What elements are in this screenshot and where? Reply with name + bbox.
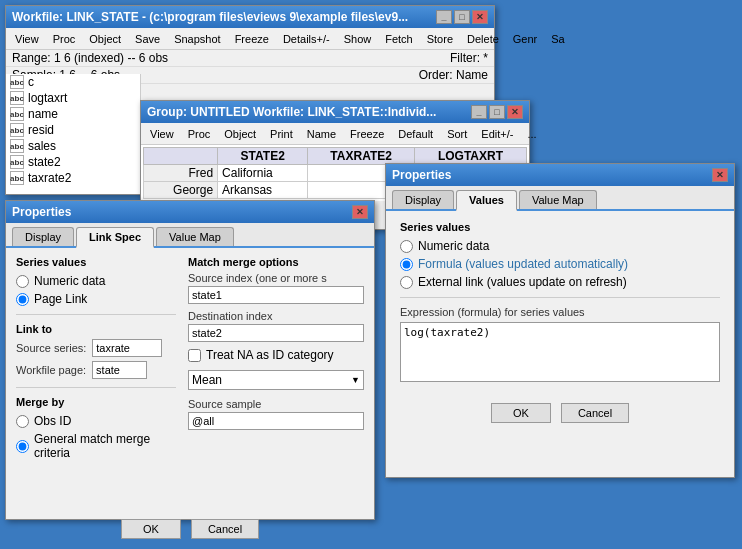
- page-link-radio-row[interactable]: Page Link: [16, 292, 176, 306]
- match-merge-label: Match merge options: [188, 256, 364, 268]
- numeric-data-right-radio[interactable]: [400, 240, 413, 253]
- list-item[interactable]: abctaxrate2: [6, 170, 140, 186]
- order-text: Order: Name: [419, 68, 488, 82]
- numeric-data-radio[interactable]: [16, 275, 29, 288]
- tab-values[interactable]: Values: [456, 190, 517, 211]
- page-link-label: Page Link: [34, 292, 87, 306]
- group-title-bar: Group: UNTITLED Workfile: LINK_STATE::In…: [141, 101, 529, 123]
- props-right-tab-bar: Display Values Value Map: [386, 186, 734, 211]
- dest-index-label: Destination index: [188, 310, 364, 322]
- range-text: Range: 1 6 (indexed) -- 6 obs: [12, 51, 168, 65]
- list-item[interactable]: abcc: [6, 74, 140, 90]
- menu-fetch[interactable]: Fetch: [378, 30, 420, 48]
- menu-save[interactable]: Save: [128, 30, 167, 48]
- menu-proc[interactable]: Proc: [46, 30, 83, 48]
- props-right-title: Properties: [392, 168, 451, 182]
- tab-display-right[interactable]: Display: [392, 190, 454, 209]
- general-match-radio-row[interactable]: General match merge criteria: [16, 432, 176, 460]
- list-item[interactable]: abcname: [6, 106, 140, 122]
- general-match-radio[interactable]: [16, 440, 29, 453]
- mean-dropdown[interactable]: Mean ▼: [188, 370, 364, 390]
- source-sample-input[interactable]: [188, 412, 364, 430]
- group-menu-edit[interactable]: Edit+/-: [474, 125, 520, 143]
- group-menu-proc[interactable]: Proc: [181, 125, 218, 143]
- props-left-content: Series values Numeric data Page Link Lin…: [6, 248, 374, 511]
- props-right-content: Series values Numeric data Formula (valu…: [386, 211, 734, 395]
- workfile-page-label: Workfile page:: [16, 364, 86, 376]
- tab-display-left[interactable]: Display: [12, 227, 74, 246]
- formula-radio-row[interactable]: Formula (values updated automatically): [400, 257, 720, 271]
- group-minimize-btn[interactable]: _: [471, 105, 487, 119]
- menu-freeze[interactable]: Freeze: [228, 30, 276, 48]
- numeric-data-radio-row[interactable]: Numeric data: [16, 274, 176, 288]
- workfile-title-bar: Workfile: LINK_STATE - (c:\program files…: [6, 6, 494, 28]
- props-right-ok-btn[interactable]: OK: [491, 403, 551, 423]
- source-index-input[interactable]: [188, 286, 364, 304]
- list-item[interactable]: abclogtaxrt: [6, 90, 140, 106]
- menu-delete[interactable]: Delete: [460, 30, 506, 48]
- tab-value-map-right[interactable]: Value Map: [519, 190, 597, 209]
- props-right-cancel-btn[interactable]: Cancel: [561, 403, 629, 423]
- props-left-title: Properties: [12, 205, 71, 219]
- workfile-title: Workfile: LINK_STATE - (c:\program files…: [12, 10, 408, 24]
- group-menu-object[interactable]: Object: [217, 125, 263, 143]
- page-link-radio[interactable]: [16, 293, 29, 306]
- workfile-controls: _ □ ✕: [436, 10, 488, 24]
- numeric-data-right-radio-row[interactable]: Numeric data: [400, 239, 720, 253]
- source-series-input[interactable]: [92, 339, 162, 357]
- obs-id-radio[interactable]: [16, 415, 29, 428]
- expression-input[interactable]: log(taxrate2): [400, 322, 720, 382]
- group-menu-more[interactable]: ...: [520, 125, 543, 143]
- group-close-btn[interactable]: ✕: [507, 105, 523, 119]
- props-left-btn-row: OK Cancel: [6, 519, 374, 539]
- list-item[interactable]: abcstate2: [6, 154, 140, 170]
- menu-object[interactable]: Object: [82, 30, 128, 48]
- group-menu-freeze[interactable]: Freeze: [343, 125, 391, 143]
- props-left-close-btn[interactable]: ✕: [352, 205, 368, 219]
- dest-index-input[interactable]: [188, 324, 364, 342]
- tab-value-map-left[interactable]: Value Map: [156, 227, 234, 246]
- obs-id-radio-row[interactable]: Obs ID: [16, 414, 176, 428]
- minimize-btn[interactable]: _: [436, 10, 452, 24]
- series-list: abcc abclogtaxrt abcname abcresid abcsal…: [6, 74, 141, 194]
- list-item[interactable]: abcresid: [6, 122, 140, 138]
- group-menu-print[interactable]: Print: [263, 125, 300, 143]
- group-menu-sort[interactable]: Sort: [440, 125, 474, 143]
- group-maximize-btn[interactable]: □: [489, 105, 505, 119]
- props-right-controls: ✕: [712, 168, 728, 182]
- external-link-label: External link (values update on refresh): [418, 275, 627, 289]
- props-left-cancel-btn[interactable]: Cancel: [191, 519, 259, 539]
- external-link-radio[interactable]: [400, 276, 413, 289]
- formula-radio[interactable]: [400, 258, 413, 271]
- series-values-right-label: Series values: [400, 221, 720, 233]
- tab-link-spec[interactable]: Link Spec: [76, 227, 154, 248]
- group-title: Group: UNTITLED Workfile: LINK_STATE::In…: [147, 105, 436, 119]
- maximize-btn[interactable]: □: [454, 10, 470, 24]
- menu-genr[interactable]: Genr: [506, 30, 544, 48]
- menu-store[interactable]: Store: [420, 30, 460, 48]
- series-icon-c: abc: [10, 75, 24, 89]
- group-menu-name[interactable]: Name: [300, 125, 343, 143]
- menu-sa[interactable]: Sa: [544, 30, 571, 48]
- workfile-page-row: Workfile page:: [16, 361, 176, 379]
- list-item[interactable]: abcsales: [6, 138, 140, 154]
- close-btn[interactable]: ✕: [472, 10, 488, 24]
- group-menu-view[interactable]: View: [143, 125, 181, 143]
- menu-snapshot[interactable]: Snapshot: [167, 30, 227, 48]
- workfile-page-input[interactable]: [92, 361, 147, 379]
- props-right-close-btn[interactable]: ✕: [712, 168, 728, 182]
- dropdown-arrow-icon: ▼: [351, 375, 360, 385]
- external-link-radio-row[interactable]: External link (values update on refresh): [400, 275, 720, 289]
- filter-text: Filter: *: [450, 51, 488, 65]
- col-header-blank: [144, 148, 218, 165]
- props-left-ok-btn[interactable]: OK: [121, 519, 181, 539]
- col-header-state2: STATE2: [218, 148, 308, 165]
- menu-details[interactable]: Details+/-: [276, 30, 337, 48]
- mean-label: Mean: [192, 373, 222, 387]
- menu-view[interactable]: View: [8, 30, 46, 48]
- group-menu-bar: View Proc Object Print Name Freeze Defau…: [141, 123, 529, 145]
- menu-show[interactable]: Show: [337, 30, 379, 48]
- merge-by-section: Merge by Obs ID General match merge crit…: [16, 396, 176, 460]
- treat-na-checkbox[interactable]: [188, 349, 201, 362]
- group-menu-default[interactable]: Default: [391, 125, 440, 143]
